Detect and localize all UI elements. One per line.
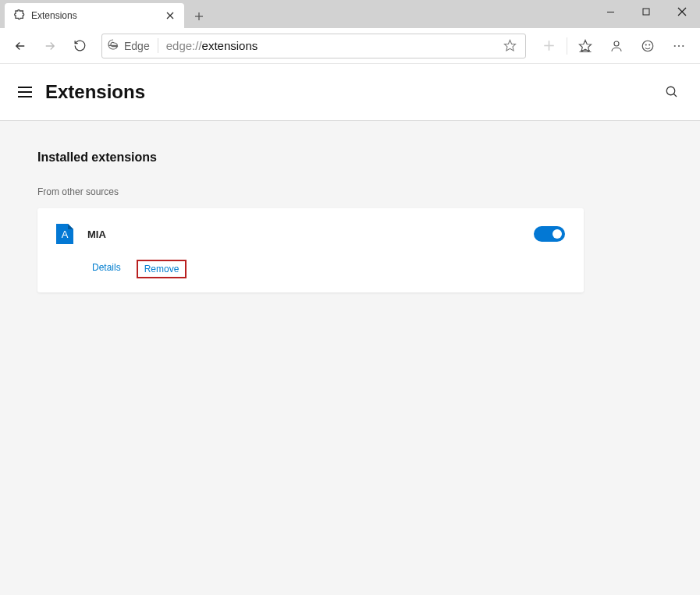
svg-point-24 [666,87,675,95]
section-title: Installed extensions [37,151,663,165]
browser-tab[interactable]: Extensions [5,3,184,28]
extension-actions: Details Remove [56,260,565,278]
window-titlebar: Extensions [0,0,700,28]
source-label: From other sources [37,186,663,197]
back-button[interactable] [6,32,34,60]
extension-icon: A [56,224,73,244]
minimize-button[interactable] [592,0,628,23]
refresh-button[interactable] [66,32,94,60]
close-window-button[interactable] [664,0,700,23]
add-extension-icon[interactable] [534,32,563,60]
extension-icon-letter: A [62,228,69,240]
window-controls [592,0,700,23]
address-brand: Edge [107,38,158,53]
search-icon[interactable] [659,80,684,104]
svg-point-19 [678,44,680,46]
svg-point-17 [649,44,650,45]
extension-header-row: A MIA [56,224,565,244]
svg-point-20 [682,44,684,46]
svg-line-25 [673,94,677,97]
svg-marker-8 [504,40,515,50]
page-content: Installed extensions From other sources … [0,121,700,322]
extension-name: MIA [87,228,520,240]
menu-hamburger-icon[interactable] [16,83,34,101]
browser-toolbar: Edge edge://extensions [0,28,700,64]
extension-card: A MIA Details Remove [37,208,584,292]
extension-toggle[interactable] [534,226,565,242]
close-tab-button[interactable] [164,9,176,22]
svg-point-15 [642,41,653,51]
remove-link[interactable]: Remove [137,260,187,278]
toolbar-separator [567,37,567,55]
extension-puzzle-icon [12,9,25,22]
maximize-button[interactable] [628,0,664,23]
tabs-strip: Extensions [0,0,211,28]
svg-rect-5 [643,9,649,15]
forward-button[interactable] [36,32,64,60]
page-header: Extensions [0,64,700,121]
edge-icon [107,38,119,53]
smiley-feedback-icon[interactable] [633,32,663,60]
address-bar[interactable]: Edge edge://extensions [101,34,526,58]
new-tab-button[interactable] [187,5,211,28]
more-menu-icon[interactable] [664,32,694,60]
page-title: Extensions [45,81,648,103]
tab-title: Extensions [31,10,158,21]
url-protocol: edge:// [166,39,202,52]
profile-icon[interactable] [602,32,631,60]
favorite-star-icon[interactable] [499,35,521,57]
address-brand-label: Edge [124,40,150,52]
svg-point-16 [645,44,646,45]
url-path: extensions [202,39,258,52]
favorites-icon[interactable] [570,32,600,60]
address-url: edge://extensions [158,39,499,52]
svg-marker-11 [580,40,592,51]
svg-point-18 [674,44,676,46]
svg-point-14 [614,41,619,46]
details-link[interactable]: Details [87,260,126,278]
